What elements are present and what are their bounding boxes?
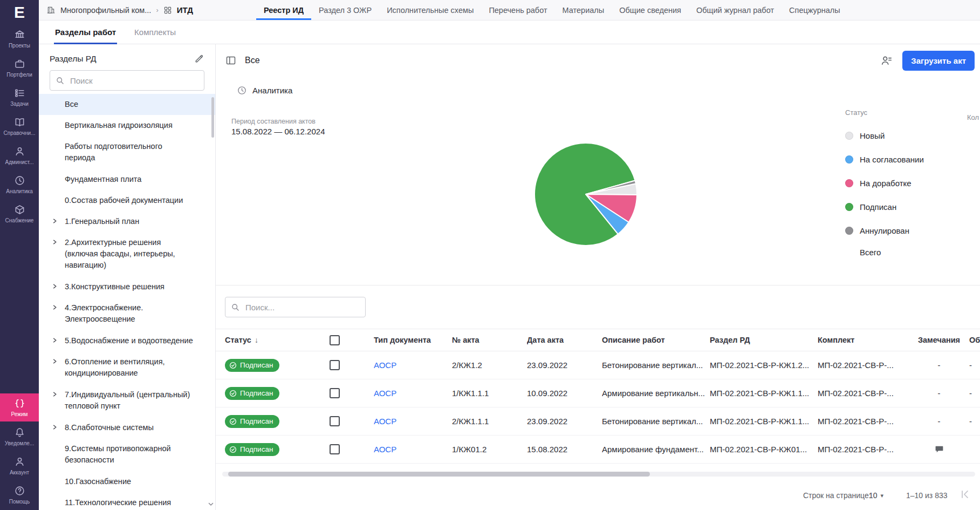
column-section[interactable]: Раздел РД: [710, 336, 818, 344]
sidebar-item-administration[interactable]: Админист...: [0, 141, 39, 169]
tree-item[interactable]: 6.Отопление и вентиляция, кондиционирова…: [39, 351, 215, 384]
horizontal-scrollbar-track[interactable]: [222, 472, 975, 477]
acts-search-input[interactable]: [244, 302, 360, 312]
row-checkbox[interactable]: [330, 360, 340, 370]
doc-type-link[interactable]: АОСР: [374, 445, 396, 454]
tasks-icon: [14, 87, 25, 99]
message-icon[interactable]: [935, 445, 944, 454]
legend-item[interactable]: Новый: [845, 124, 980, 147]
doc-type-link[interactable]: АОСР: [374, 361, 396, 370]
sidebar-item-analytics[interactable]: Аналитика: [0, 171, 39, 199]
sort-desc-icon[interactable]: ↓: [255, 336, 258, 344]
doc-type-link[interactable]: АОСР: [374, 389, 396, 398]
legend-dot-na-dorabotke: [845, 179, 853, 187]
subtab-razdely-rabot[interactable]: Разделы работ: [54, 28, 117, 44]
table-row[interactable]: Подписан АОСР 1/КЖ01.2 15.08.2022 Армиро…: [216, 436, 980, 464]
first-page-button[interactable]: [959, 488, 971, 500]
tree-item[interactable]: 4.Электроснабжение. Электроосвещение: [39, 297, 215, 330]
tab-materialy[interactable]: Материалы: [555, 0, 612, 20]
sidebar-item-portfolios[interactable]: Портфели: [0, 54, 39, 82]
act-no-cell: 1/КЖ01.2: [452, 445, 527, 454]
legend-item[interactable]: Аннулирован: [845, 219, 980, 242]
breadcrumb-project[interactable]: Многопрофильный ком...: [60, 6, 151, 15]
chevron-right-icon[interactable]: [52, 424, 58, 430]
members-button[interactable]: [880, 53, 894, 67]
tree-item[interactable]: 1.Генеральный план: [39, 211, 215, 232]
table-row[interactable]: Подписан АОСР 2/КЖ1.2 23.09.2022 Бетонир…: [216, 351, 980, 379]
app-logo[interactable]: E: [0, 0, 39, 25]
tree-item[interactable]: 10.Газоснабжение: [39, 471, 215, 492]
tree-item[interactable]: Вертикальная гидроизоляция: [39, 115, 215, 136]
tab-razdel-3-ozhr[interactable]: Раздел 3 ОЖР: [311, 0, 379, 20]
column-ob[interactable]: Об: [969, 336, 980, 344]
column-set[interactable]: Комплект: [818, 336, 914, 344]
scroll-down-icon[interactable]: [208, 501, 214, 507]
tab-spetszhurnaly[interactable]: Спецжурналы: [782, 0, 848, 20]
tree-item[interactable]: 7.Индивидуальный (центральный) тепловой …: [39, 384, 215, 417]
column-status[interactable]: Статус↓: [225, 336, 330, 344]
row-checkbox[interactable]: [330, 416, 340, 426]
sidebar-item-account[interactable]: Аккаунт: [0, 452, 39, 480]
legend-item[interactable]: На согласовании: [845, 147, 980, 171]
row-checkbox[interactable]: [330, 388, 340, 398]
tab-ispolnitelnye-shemy[interactable]: Исполнительные схемы: [379, 0, 481, 20]
sidebar-item-tasks[interactable]: Задачи: [0, 83, 39, 111]
sections-search-input[interactable]: [69, 76, 198, 86]
table-row[interactable]: Подписан АОСР 1/КЖ1.1.1 10.09.2022 Армир…: [216, 379, 980, 407]
table-row[interactable]: Подписан АОСР 2/КЖ1.1.1 23.09.2022 Бетон…: [216, 407, 980, 436]
sidebar-item-supply[interactable]: Снабжение: [0, 200, 39, 228]
column-remarks[interactable]: Замечания: [914, 336, 969, 344]
subtab-komplekty[interactable]: Комплекты: [133, 28, 177, 44]
legend-item[interactable]: Подписан: [845, 195, 980, 219]
tree-item[interactable]: Работы подготовительного периода: [39, 136, 215, 169]
tree-item[interactable]: Фундаментная плита: [39, 169, 215, 190]
sidebar-item-mode[interactable]: Режим: [0, 393, 39, 421]
legend-total-label: Всего: [860, 248, 980, 257]
vertical-scrollbar[interactable]: [211, 97, 214, 138]
chevron-right-icon[interactable]: [52, 358, 58, 364]
edit-sections-button[interactable]: [193, 52, 205, 65]
row-checkbox[interactable]: [330, 444, 340, 454]
chevron-right-icon[interactable]: [52, 218, 58, 224]
column-act-no[interactable]: № акта: [452, 336, 527, 344]
chevron-right-icon[interactable]: [52, 391, 58, 397]
chevron-right-icon[interactable]: [52, 283, 58, 289]
column-work[interactable]: Описание работ: [602, 336, 710, 344]
sidebar-item-notifications[interactable]: Уведомле...: [0, 423, 39, 451]
tab-reestr-id[interactable]: Реестр ИД: [256, 0, 311, 20]
work-cell: Бетонирование вертикал...: [602, 417, 710, 426]
select-all-checkbox[interactable]: [330, 335, 340, 345]
work-cell: Армирование фундамент...: [602, 445, 710, 454]
chevron-right-icon[interactable]: [52, 239, 58, 245]
tree-item[interactable]: 2.Архитектурные решения (включая фасады,…: [39, 232, 215, 276]
breadcrumb-section[interactable]: ИТД: [177, 5, 193, 15]
tree-item[interactable]: 5.Водоснабжение и водоотведение: [39, 330, 215, 351]
tab-obshchie-svedeniya[interactable]: Общие сведения: [612, 0, 689, 20]
app-grid-icon[interactable]: [163, 6, 172, 15]
sidebar-item-help[interactable]: Помощь: [0, 481, 39, 509]
rows-per-page-select[interactable]: 10▾: [869, 491, 883, 500]
legend-item[interactable]: На доработке: [845, 171, 980, 195]
tree-item[interactable]: 0.Состав рабочей документации: [39, 190, 215, 211]
doc-type-link[interactable]: АОСР: [374, 417, 396, 426]
tree-item[interactable]: 9.Системы противопожарной безопасности: [39, 438, 215, 471]
pencil-icon: [194, 53, 204, 64]
sidebar-item-projects[interactable]: Проекты: [0, 25, 39, 53]
tree-item[interactable]: 8.Слаботочные системы: [39, 417, 215, 438]
tab-perechen-rabot[interactable]: Перечень работ: [481, 0, 554, 20]
chevron-right-icon[interactable]: [52, 304, 58, 310]
collapse-panel-button[interactable]: [224, 54, 237, 67]
sidebar-item-directories[interactable]: Справочни...: [0, 112, 39, 140]
column-act-date[interactable]: Дата акта: [527, 336, 602, 344]
tab-obshchiy-zhurnal-rabot[interactable]: Общий журнал работ: [689, 0, 782, 20]
tree-item[interactable]: 11.Технологические решения: [39, 492, 215, 510]
column-doc-type[interactable]: Тип документа: [374, 336, 452, 344]
upload-act-button[interactable]: Загрузить акт: [902, 51, 975, 71]
analytics-header[interactable]: Аналитика: [237, 85, 292, 96]
chevron-right-icon[interactable]: [52, 337, 58, 343]
clock-icon: [237, 85, 247, 96]
main-area: Все Загрузить акт Аналитика Период соста…: [216, 44, 980, 510]
tree-item[interactable]: 3.Конструктивные решения: [39, 276, 215, 297]
tree-item-vse[interactable]: Все: [39, 94, 215, 115]
horizontal-scrollbar-thumb[interactable]: [228, 472, 650, 477]
